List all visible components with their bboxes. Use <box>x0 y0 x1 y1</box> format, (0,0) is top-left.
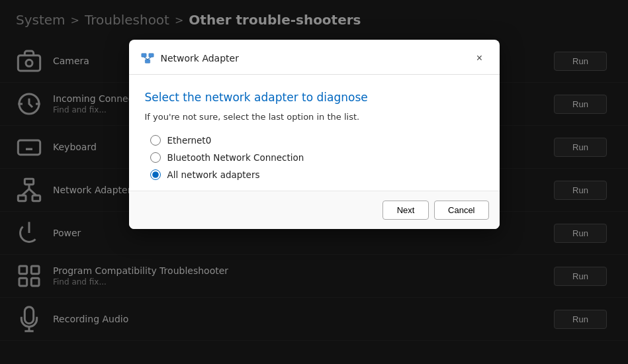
network-adapter-icon <box>140 50 156 66</box>
radio-ethernet0[interactable]: Ethernet0 <box>150 135 484 146</box>
dialog-header: Network Adapter × <box>129 40 500 75</box>
radio-all-adapters[interactable]: All network adapters <box>150 169 484 180</box>
svg-line-27 <box>144 57 148 60</box>
cancel-button[interactable]: Cancel <box>434 201 488 220</box>
dialog-footer: Next Cancel <box>129 191 500 229</box>
radio-all-adapters-label: All network adapters <box>167 169 260 180</box>
dialog-hint: If you're not sure, select the last opti… <box>145 112 484 122</box>
dialog-close-button[interactable]: × <box>471 49 489 68</box>
radio-ethernet0-input[interactable] <box>150 135 161 146</box>
radio-all-adapters-input[interactable] <box>150 169 161 180</box>
radio-bluetooth-label: Bluetooth Network Connection <box>167 152 304 163</box>
svg-line-28 <box>148 57 152 60</box>
network-adapter-dialog: Network Adapter × Select the network ada… <box>129 40 500 229</box>
adapter-radio-group: Ethernet0 Bluetooth Network Connection A… <box>150 135 484 180</box>
radio-bluetooth[interactable]: Bluetooth Network Connection <box>150 152 484 163</box>
dialog-heading: Select the network adapter to diagnose <box>145 91 484 104</box>
radio-ethernet0-label: Ethernet0 <box>167 135 212 146</box>
radio-bluetooth-input[interactable] <box>150 152 161 163</box>
next-button[interactable]: Next <box>382 201 429 220</box>
dialog-body: Select the network adapter to diagnose I… <box>129 75 500 191</box>
dialog-overlay: Network Adapter × Select the network ada… <box>0 0 628 364</box>
svg-rect-26 <box>145 60 150 64</box>
dialog-title: Network Adapter <box>161 53 465 64</box>
svg-rect-25 <box>148 54 153 58</box>
svg-rect-24 <box>141 54 146 58</box>
